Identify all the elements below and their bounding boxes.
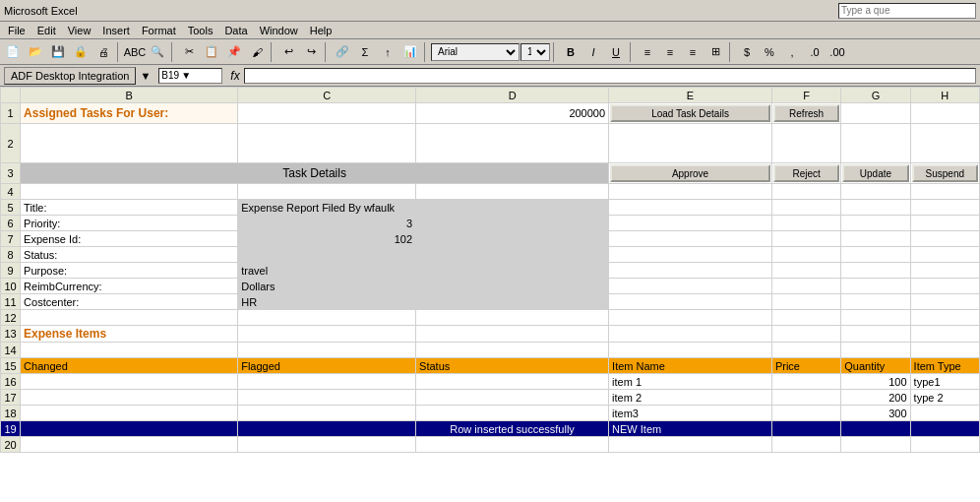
col-header-f[interactable]: F (771, 88, 840, 103)
cell-reference-box[interactable]: B19 ▼ (158, 68, 222, 84)
cell-c8[interactable] (238, 247, 416, 263)
cell-e2[interactable] (609, 124, 772, 163)
bold-button[interactable]: B (560, 41, 582, 63)
cell-e7[interactable] (609, 231, 772, 247)
italic-button[interactable]: I (582, 41, 604, 63)
cell-b2[interactable] (21, 124, 238, 163)
cell-c20[interactable] (238, 437, 416, 453)
load-task-details-button[interactable]: Load Task Details (610, 104, 770, 122)
cell-e18[interactable]: item3 (609, 406, 772, 421)
cell-g10[interactable] (841, 279, 910, 294)
cell-c2[interactable] (238, 124, 416, 163)
align-center-button[interactable]: ≡ (659, 41, 681, 63)
cell-b14[interactable] (21, 343, 238, 358)
cell-g19[interactable] (841, 421, 910, 437)
cell-b4[interactable] (21, 184, 238, 200)
suspend-button[interactable]: Suspend (912, 164, 978, 182)
cell-g7[interactable] (841, 231, 910, 247)
cell-f6[interactable] (771, 216, 840, 231)
spellcheck-button[interactable]: ABC (124, 41, 146, 63)
cell-h16[interactable]: type1 (910, 374, 979, 390)
col-header-d[interactable]: D (416, 88, 609, 103)
cell-f4[interactable] (771, 184, 840, 200)
sort-asc-button[interactable]: ↑ (377, 41, 398, 63)
cell-h10[interactable] (910, 279, 979, 294)
cell-e6[interactable] (609, 216, 772, 231)
cell-b1[interactable]: Assigned Tasks For User: (21, 103, 238, 124)
cell-f8[interactable] (771, 247, 840, 263)
cell-c13[interactable] (238, 326, 416, 343)
approve-button[interactable]: Approve (610, 164, 770, 182)
cell-e11[interactable] (609, 294, 772, 310)
cell-g2[interactable] (841, 124, 910, 163)
cell-h19[interactable] (910, 421, 979, 437)
cell-b18[interactable] (21, 406, 238, 421)
cell-c18[interactable] (238, 406, 416, 421)
new-button[interactable]: 📄 (2, 41, 24, 63)
cell-c5[interactable]: Expense Report Filed By wfaulk (238, 200, 416, 216)
cell-f18[interactable] (771, 406, 840, 421)
cell-c6[interactable]: 3 (238, 216, 416, 231)
cell-b12[interactable] (21, 310, 238, 326)
cell-f5[interactable] (771, 200, 840, 216)
cell-d4[interactable] (416, 184, 609, 200)
cell-h5[interactable] (910, 200, 979, 216)
cell-f15[interactable]: Price (771, 358, 840, 374)
align-left-button[interactable]: ≡ (637, 41, 658, 63)
cell-d12[interactable] (416, 310, 609, 326)
cell-b15[interactable]: Changed (21, 358, 238, 374)
cell-h13[interactable] (910, 326, 979, 343)
cell-e15[interactable]: Item Name (609, 358, 772, 374)
cell-e17[interactable]: item 2 (609, 390, 772, 406)
cell-d15[interactable]: Status (416, 358, 609, 374)
percent-button[interactable]: % (759, 41, 780, 63)
cell-g13[interactable] (841, 326, 910, 343)
menu-tools[interactable]: Tools (182, 24, 219, 37)
cell-b10[interactable]: ReimbCurrency: (21, 279, 238, 294)
cell-b5[interactable]: Title: (21, 200, 238, 216)
cell-c7[interactable]: 102 (238, 231, 416, 247)
cell-g9[interactable] (841, 263, 910, 279)
cell-g3[interactable]: Update (841, 163, 910, 184)
menu-edit[interactable]: Edit (31, 24, 62, 37)
cell-h2[interactable] (910, 124, 979, 163)
cell-h15[interactable]: Item Type (910, 358, 979, 374)
cell-e19[interactable]: NEW Item (609, 421, 772, 437)
format-painter[interactable]: 🖌 (246, 41, 268, 63)
cell-e1[interactable]: Load Task Details (609, 103, 772, 124)
cell-f11[interactable] (771, 294, 840, 310)
cell-b17[interactable] (21, 390, 238, 406)
cell-d16[interactable] (416, 374, 609, 390)
cell-d11[interactable] (416, 294, 609, 310)
research-button[interactable]: 🔍 (147, 41, 168, 63)
cell-g18[interactable]: 300 (841, 406, 910, 421)
hyperlink-button[interactable]: 🔗 (332, 41, 353, 63)
menu-data[interactable]: Data (218, 24, 253, 37)
cut-button[interactable]: ✂ (178, 41, 200, 63)
cell-h9[interactable] (910, 263, 979, 279)
open-button[interactable]: 📂 (25, 41, 46, 63)
col-header-c[interactable]: C (238, 88, 416, 103)
cell-f19[interactable] (771, 421, 840, 437)
cell-f3[interactable]: Reject (771, 163, 840, 184)
cell-b16[interactable] (21, 374, 238, 390)
cell-e4[interactable] (609, 184, 772, 200)
cell-h20[interactable] (910, 437, 979, 453)
col-header-h[interactable]: H (910, 88, 979, 103)
menu-file[interactable]: File (2, 24, 31, 37)
cell-b8[interactable]: Status: (21, 247, 238, 263)
cell-b19[interactable] (21, 421, 238, 437)
menu-format[interactable]: Format (136, 24, 182, 37)
cell-g15[interactable]: Quantity (841, 358, 910, 374)
cell-f14[interactable] (771, 343, 840, 358)
cell-h12[interactable] (910, 310, 979, 326)
cell-c4[interactable] (238, 184, 416, 200)
cell-g17[interactable]: 200 (841, 390, 910, 406)
cell-b6[interactable]: Priority: (21, 216, 238, 231)
cell-g16[interactable]: 100 (841, 374, 910, 390)
cell-e5[interactable] (609, 200, 772, 216)
cell-b13[interactable]: Expense Items (21, 326, 238, 343)
cell-g14[interactable] (841, 343, 910, 358)
cell-c17[interactable] (238, 390, 416, 406)
cell-h8[interactable] (910, 247, 979, 263)
